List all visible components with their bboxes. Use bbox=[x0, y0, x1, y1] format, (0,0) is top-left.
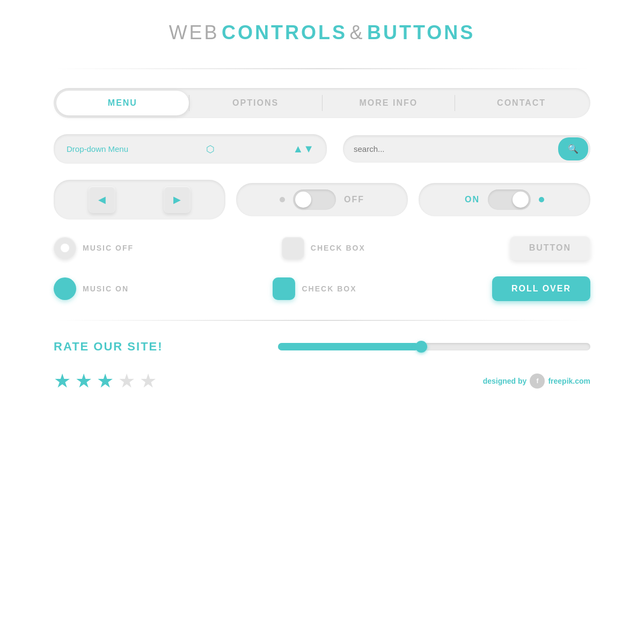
title-buttons: BUTTONS bbox=[367, 21, 475, 43]
dropdown-menu[interactable]: Drop-down Menu ⬡ ▲▼ bbox=[54, 134, 327, 164]
nav-item-menu[interactable]: MENU bbox=[56, 91, 189, 115]
radio-inner bbox=[61, 244, 69, 252]
checkbox-on-label: CHECK BOX bbox=[302, 284, 356, 293]
title-controls: CONTROLS bbox=[222, 21, 347, 43]
stars-row: ★ ★ ★ ★ ★ designed by f freepik.com bbox=[54, 370, 590, 392]
button-primary[interactable]: ROLL OVER bbox=[492, 276, 590, 301]
slider-section bbox=[278, 343, 590, 350]
stars-container: ★ ★ ★ ★ ★ bbox=[54, 370, 157, 392]
checkbox-on-group: CHECK BOX bbox=[273, 277, 486, 300]
controls-row: Drop-down Menu ⬡ ▲▼ 🔍 bbox=[54, 134, 590, 164]
checkbox-off-label: CHECK BOX bbox=[311, 244, 365, 252]
freepik-logo-icon: f bbox=[530, 374, 545, 389]
dropdown-label: Drop-down Menu bbox=[67, 144, 128, 153]
title-web: WEB bbox=[169, 21, 219, 43]
star-1[interactable]: ★ bbox=[54, 370, 71, 392]
music-off-group: MUSIC OFF bbox=[54, 237, 276, 259]
dropdown-arrow-icon: ⬡ bbox=[206, 144, 215, 154]
search-button[interactable]: 🔍 bbox=[558, 137, 588, 160]
checkbox-off-group: CHECK BOX bbox=[282, 237, 504, 259]
radio-music-off[interactable] bbox=[54, 237, 76, 259]
title-divider bbox=[54, 68, 590, 69]
toggle-on-label: ON bbox=[465, 195, 480, 204]
footer-credit: designed by f freepik.com bbox=[483, 374, 590, 389]
toggle-off-dot bbox=[280, 197, 285, 202]
page-container: WEB CONTROLS & BUTTONS MENU OPTIONS MORE… bbox=[54, 21, 590, 392]
options-row-2: MUSIC ON CHECK BOX ROLL OVER bbox=[54, 276, 590, 301]
nav-bar: MENU OPTIONS MORE INFO CONTACT bbox=[54, 88, 590, 118]
primary-button-label[interactable]: ROLL OVER bbox=[492, 276, 590, 301]
toggle-off-knob bbox=[295, 192, 311, 208]
star-2[interactable]: ★ bbox=[75, 370, 92, 392]
next-button[interactable]: ▶ bbox=[164, 186, 191, 213]
toggle-on-dot bbox=[539, 197, 544, 202]
rate-section: RATE OUR SITE! bbox=[54, 340, 262, 354]
nav-control: ◀ ▶ bbox=[54, 180, 225, 219]
right-arrow-icon: ▶ bbox=[173, 194, 181, 206]
rate-row: RATE OUR SITE! bbox=[54, 340, 590, 354]
slider-fill bbox=[278, 343, 419, 350]
dropdown-chevron-icon: ▲▼ bbox=[292, 143, 314, 155]
rate-title: RATE OUR SITE! bbox=[54, 340, 262, 354]
toggle-off-container: OFF bbox=[236, 183, 408, 216]
nav-item-contact[interactable]: CONTACT bbox=[455, 91, 588, 115]
slider-track[interactable] bbox=[278, 343, 590, 350]
music-on-group: MUSIC ON bbox=[54, 277, 267, 300]
checkbox-checked[interactable] bbox=[273, 277, 295, 300]
nav-item-options[interactable]: OPTIONS bbox=[189, 91, 322, 115]
radio-music-on[interactable] bbox=[54, 277, 76, 300]
toggle-row: ◀ ▶ OFF ON bbox=[54, 180, 590, 219]
music-off-label: MUSIC OFF bbox=[83, 244, 134, 252]
brand-text: freepik.com bbox=[548, 377, 590, 385]
checkbox-unchecked[interactable] bbox=[282, 237, 304, 259]
search-icon: 🔍 bbox=[568, 144, 579, 154]
toggle-off-switch[interactable] bbox=[293, 189, 336, 210]
default-button-label[interactable]: BUTTON bbox=[510, 236, 590, 260]
section-divider bbox=[54, 320, 590, 321]
toggle-on-switch[interactable] bbox=[488, 189, 531, 210]
toggle-on-container: ON bbox=[419, 183, 590, 216]
title-and: & bbox=[350, 21, 365, 43]
options-row-1: MUSIC OFF CHECK BOX BUTTON bbox=[54, 236, 590, 260]
search-input[interactable] bbox=[343, 136, 556, 162]
toggle-off-label: OFF bbox=[344, 195, 364, 204]
star-4[interactable]: ★ bbox=[118, 370, 135, 392]
toggle-on-knob bbox=[513, 192, 529, 208]
designed-by-text: designed by bbox=[483, 377, 527, 385]
left-arrow-icon: ◀ bbox=[98, 194, 106, 206]
search-bar: 🔍 bbox=[343, 135, 590, 163]
slider-knob[interactable] bbox=[415, 341, 427, 353]
star-3[interactable]: ★ bbox=[97, 370, 114, 392]
page-title: WEB CONTROLS & BUTTONS bbox=[169, 21, 475, 44]
star-5[interactable]: ★ bbox=[140, 370, 157, 392]
music-on-label: MUSIC ON bbox=[83, 284, 129, 293]
button-default[interactable]: BUTTON bbox=[510, 236, 590, 260]
nav-item-more-info[interactable]: MORE INFO bbox=[323, 91, 455, 115]
prev-button[interactable]: ◀ bbox=[89, 186, 115, 213]
